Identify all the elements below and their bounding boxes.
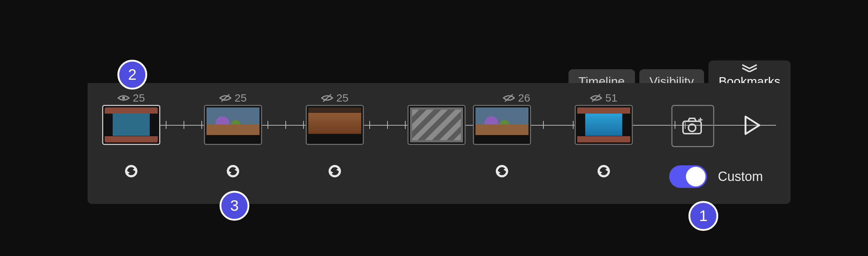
keyframe-thumbnail[interactable] [204,105,262,145]
sync-button[interactable] [595,162,612,180]
sync-button[interactable] [493,162,511,180]
callout-badge-3: 3 [220,191,249,221]
sync-button[interactable] [122,162,140,180]
keyframe-count: 51 [605,92,617,104]
chevron-down-icon [742,64,758,72]
keyframe-count: 25 [133,92,145,104]
sync-button[interactable] [224,162,242,180]
eye-off-icon [590,94,602,102]
play-button[interactable] [743,115,761,135]
keyframe-meta: 25 [204,92,262,104]
svg-point-0 [122,97,125,99]
custom-toggle-row: Custom [669,165,763,188]
keyframe-meta: 51 [575,92,633,104]
eye-off-icon [219,94,232,102]
callout-badge-2: 2 [117,60,147,90]
tick-group [675,121,686,129]
keyframe-thumbnail[interactable] [575,105,633,145]
keyframe-count: 26 [518,92,530,104]
keyframe-thumbnail[interactable] [407,105,466,145]
play-icon [743,115,761,135]
tick-group [166,121,202,129]
callout-badge-1: 1 [688,201,718,231]
keyframe-3[interactable]: 25 [306,105,364,145]
svg-marker-9 [746,117,759,134]
keyframe-thumbnail[interactable] [102,105,160,145]
keyframe-2[interactable]: 25 [204,105,262,145]
eye-off-icon [503,94,515,102]
eye-icon [117,94,130,102]
keyframe-count: 25 [234,92,246,104]
keyframe-count: 25 [336,92,348,104]
toggle-knob [686,167,706,186]
keyframe-4[interactable] [407,105,466,145]
bookmarks-panel: 25 25 25 26 [88,83,791,204]
sync-button[interactable] [326,162,343,180]
keyframe-meta: 25 [306,92,364,104]
keyframe-thumbnail[interactable] [473,105,531,145]
keyframe-meta: 25 [102,92,160,104]
keyframe-5[interactable]: 26 [473,105,531,145]
custom-toggle[interactable] [669,165,707,188]
tick-group [268,121,304,129]
keyframe-meta: 26 [487,92,546,104]
custom-toggle-label: Custom [718,169,763,184]
keyframe-1[interactable]: 25 [102,105,160,145]
keyframe-6[interactable]: 51 [575,105,633,145]
keyframe-thumbnail[interactable] [306,105,364,145]
eye-off-icon [321,94,333,102]
tick-group [369,121,406,129]
svg-point-6 [688,124,696,131]
